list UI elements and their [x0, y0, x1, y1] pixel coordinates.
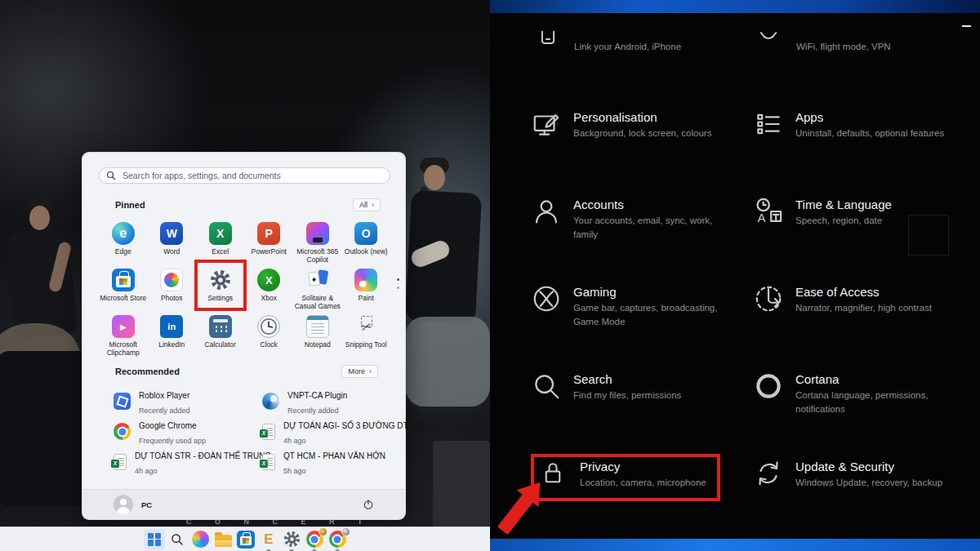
taskbar-copilot-button[interactable] — [189, 529, 211, 550]
settings-category-apps[interactable]: AppsUninstall, defaults, optional featur… — [753, 109, 947, 140]
recommended-item[interactable]: Roblox PlayerRecently added — [99, 386, 247, 416]
recommended-item[interactable]: XDỰ TOÁN STR - ĐOÀN THẾ TRUNG4h ago — [99, 447, 247, 477]
microsoft-store-icon — [112, 269, 135, 291]
svg-text:A: A — [758, 211, 766, 224]
pinned-app-label: Solitaire & Casual Games — [294, 295, 341, 310]
recommended-label: Recommended — [115, 367, 180, 376]
category-title: Personalisation — [573, 109, 724, 126]
taskbar-search-button[interactable] — [167, 529, 188, 550]
pinned-app-linkedin[interactable]: inLinkedIn — [148, 313, 197, 359]
outlook-icon: O — [354, 222, 377, 245]
taskbar-e-app-button[interactable]: E — [258, 529, 279, 550]
start-button[interactable] — [144, 529, 165, 550]
pinned-app-label: Xbox — [261, 295, 277, 303]
pinned-app-xbox[interactable]: XXbox — [245, 266, 294, 313]
folder-icon — [215, 535, 232, 547]
powerpoint-icon: P — [257, 222, 280, 245]
recommended-item[interactable]: VNPT-CA PluginRecently added — [247, 386, 390, 416]
ease-of-access-icon — [753, 283, 784, 314]
pinned-app-label: Word — [163, 248, 180, 256]
taskbar-store-button[interactable] — [235, 529, 256, 550]
settings-category-update-security[interactable]: Update & SecurityWindows Update, recover… — [753, 458, 947, 490]
settings-category-cortana[interactable]: CortanaCortana language, permissions, no… — [753, 371, 947, 415]
pinned-app-label: Excel — [212, 248, 229, 256]
category-title: Ease of Access — [795, 283, 947, 300]
pinned-app-label: Outlook (new) — [345, 248, 388, 256]
search-input[interactable] — [121, 170, 383, 181]
pinned-app-notepad[interactable]: Notepad — [293, 313, 342, 359]
recommended-item[interactable]: Google ChromeFrequently used app — [99, 416, 247, 447]
pinned-app-solitaire[interactable]: ♠Solitaire & Casual Games — [293, 266, 342, 313]
start-search-bar[interactable] — [99, 167, 390, 184]
recommended-item[interactable]: XDỰ TOÁN AGI- SỐ 3 ĐƯỜNG DT9544h ago — [247, 416, 390, 447]
pinned-app-label: Microsoft Store — [100, 295, 146, 303]
recommended-subtitle: 4h ago — [135, 467, 158, 475]
pinned-app-label: Microsoft 365 Copilot — [294, 248, 341, 264]
pinned-page-dots[interactable] — [397, 278, 399, 289]
pinned-app-microsoft-store[interactable]: Microsoft Store — [99, 266, 148, 313]
power-button[interactable] — [359, 495, 377, 513]
pinned-app-label: Edge — [115, 248, 131, 256]
wallpaper-figure — [433, 441, 490, 531]
excel-file-icon: X — [262, 454, 275, 470]
windows-logo-icon — [148, 533, 161, 546]
refresh-arrows-icon — [753, 458, 784, 489]
category-subtitle: WiFi, flight mode, VPN — [796, 42, 891, 51]
pinned-app-label: Clock — [261, 341, 278, 349]
recommended-subtitle: Recently added — [139, 407, 190, 415]
taskbar-chrome-profile2-button[interactable] — [327, 529, 348, 550]
category-subtitle: Link your Android, iPhone — [574, 42, 681, 51]
more-button[interactable]: More› — [341, 365, 378, 378]
category-subtitle: Your accounts, email, sync, work, family — [573, 214, 724, 241]
pinned-app-outlook[interactable]: OOutlook (new) — [342, 220, 391, 266]
pinned-apps-grid: eEdge WWord XExcel PPowerPoint Microsoft… — [99, 220, 390, 359]
recommended-subtitle: Recently added — [287, 407, 339, 415]
settings-category-search[interactable]: SearchFind my files, permissions — [531, 371, 724, 402]
pinned-app-photos[interactable]: Photos — [148, 266, 197, 313]
pinned-app-copilot[interactable]: Microsoft 365 Copilot — [293, 220, 342, 266]
padlock-icon — [537, 458, 568, 489]
category-subtitle: Windows Update, recovery, backup — [795, 476, 947, 490]
pinned-app-settings[interactable]: Settings — [196, 266, 245, 313]
settings-category-network[interactable] — [753, 21, 784, 52]
category-subtitle: Uninstall, defaults, optional features — [795, 127, 947, 140]
recommended-title: DỰ TOÁN AGI- SỐ 3 ĐƯỜNG DT954 — [283, 421, 421, 430]
pinned-app-excel[interactable]: XExcel — [196, 220, 245, 266]
settings-category-accounts[interactable]: AccountsYour accounts, email, sync, work… — [531, 196, 724, 241]
taskbar-chrome-profile1-button[interactable] — [304, 529, 325, 550]
all-button[interactable]: All› — [353, 198, 381, 211]
taskbar-settings-button[interactable] — [281, 529, 302, 550]
copilot-icon — [192, 531, 209, 548]
pinned-app-powerpoint[interactable]: PPowerPoint — [245, 220, 294, 266]
user-avatar[interactable] — [114, 495, 133, 514]
category-title: Search — [573, 371, 724, 388]
recommended-grid: Roblox PlayerRecently added VNPT-CA Plug… — [99, 386, 390, 477]
minimize-button[interactable] — [962, 25, 971, 27]
recommended-subtitle: 4h ago — [283, 437, 306, 445]
chevron-right-icon: › — [369, 367, 372, 375]
settings-category-phone[interactable] — [532, 21, 564, 52]
pinned-app-clipchamp[interactable]: ▶Microsoft Clipchamp — [99, 313, 148, 359]
cursor-highlight-artifact — [908, 215, 949, 256]
pinned-app-edge[interactable]: eEdge — [99, 220, 148, 266]
category-title: Update & Security — [795, 458, 947, 475]
settings-category-ease-of-access[interactable]: Ease of AccessNarrator, magnifier, high … — [753, 283, 947, 315]
person-icon — [531, 196, 562, 227]
pinned-app-word[interactable]: WWord — [148, 220, 197, 266]
category-subtitle: Game bar, captures, broadcasting, Game M… — [573, 301, 724, 328]
pinned-app-label: Settings — [207, 295, 233, 303]
pinned-app-snipping-tool[interactable]: ✂Snipping Tool — [342, 313, 391, 359]
recommended-item[interactable]: XQT HCM - PHAN VĂN HỚN5h ago — [247, 447, 390, 477]
settings-category-personalisation[interactable]: PersonalisationBackground, lock screen, … — [531, 109, 724, 140]
pinned-app-calculator[interactable]: Calculator — [196, 313, 245, 359]
settings-gear-icon — [283, 531, 301, 548]
roblox-icon — [114, 393, 131, 410]
pinned-app-clock[interactable]: Clock — [245, 313, 294, 359]
settings-category-privacy[interactable]: PrivacyLocation, camera, microphone — [537, 458, 731, 490]
category-subtitle: Cortana language, permissions, notificat… — [795, 389, 947, 415]
pinned-app-paint[interactable]: Paint — [342, 266, 391, 313]
settings-category-gaming[interactable]: GamingGame bar, captures, broadcasting, … — [531, 283, 724, 328]
clock-icon — [257, 315, 280, 338]
pinned-app-label: Notepad — [305, 341, 331, 349]
taskbar-file-explorer-button[interactable] — [212, 529, 234, 550]
